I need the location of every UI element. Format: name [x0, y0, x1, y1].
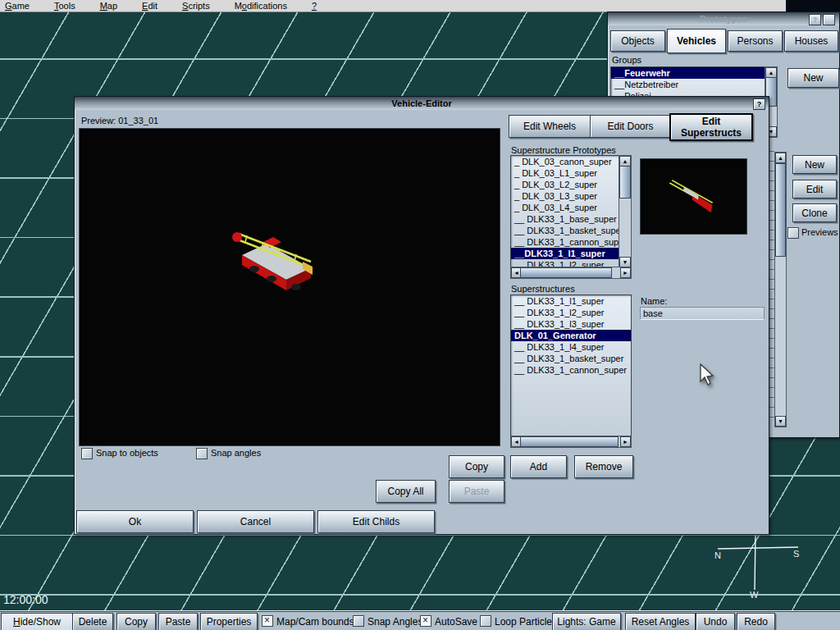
list-item[interactable]: _ DLK_03_L4_super	[511, 202, 619, 213]
close-icon[interactable]	[823, 14, 835, 25]
snap-to-objects-checkbox[interactable]	[81, 448, 93, 459]
new-prototype-button[interactable]: New	[792, 155, 837, 174]
autosave-checkbox[interactable]	[420, 615, 431, 627]
menu-bar: GameToolsMapEditScriptsModifications?	[0, 0, 791, 12]
list-item[interactable]: __ DLK33_1_l3_super	[511, 318, 631, 330]
list-item[interactable]: _ DLK_03_L1_super	[511, 167, 619, 179]
delete-button[interactable]: Delete	[72, 613, 113, 630]
list-item[interactable]: __ DLK33_1_l1_super	[511, 295, 631, 307]
superstructure-prototypes-list[interactable]: _ DLK_03_canon_super_ DLK_03_L1_super_ D…	[510, 155, 620, 268]
tab-houses[interactable]: Houses	[784, 30, 838, 52]
map-cam-bounds-label: Map/Cam bounds	[276, 616, 354, 628]
superstructures-hscrollbar[interactable]: ◄ ►	[510, 436, 632, 448]
paste-button: Paste	[449, 480, 504, 503]
properties-button[interactable]: Properties	[200, 613, 258, 630]
list-item[interactable]: __ DLK33_1_l4_super	[511, 341, 631, 353]
tab-persons[interactable]: Persons	[728, 30, 783, 52]
previews-checkbox[interactable]	[788, 227, 799, 239]
scroll-right-icon[interactable]: ►	[620, 267, 631, 278]
ok-button[interactable]: Ok	[76, 510, 194, 533]
hide-show-button[interactable]: Hide/Show	[1, 613, 73, 630]
list-item[interactable]: __ DLK33_1_cannon_super	[511, 236, 619, 248]
prototypes-titlebar[interactable]: Prototypes ?	[608, 12, 839, 25]
game-clock: 12:00:00	[3, 593, 48, 606]
menu-item-map[interactable]: Map	[100, 1, 117, 11]
snap-angles-label: Snap Angles	[368, 616, 422, 628]
list-item[interactable]: __ DLK33_1_l2_super	[511, 307, 631, 318]
loop-particles-label: Loop Particles	[495, 616, 557, 628]
snap-angles-label: Snap angles	[211, 448, 261, 458]
map-cam-bounds-checkbox[interactable]	[262, 615, 273, 627]
scroll-thumb[interactable]	[775, 163, 786, 257]
list-item[interactable]: DLK_01_Generator	[511, 330, 631, 341]
scroll-up-icon[interactable]: ▲	[775, 153, 786, 163]
prototypes-title: Prototypes	[700, 14, 746, 24]
edit-superstructs-button[interactable]: Edit Superstructs	[669, 113, 753, 141]
menu-item-help[interactable]: ?	[312, 1, 317, 11]
lights-game-button[interactable]: Lights: Game	[552, 613, 621, 630]
scroll-thumb[interactable]	[520, 267, 612, 278]
reset-angles-button[interactable]: Reset Angles	[625, 613, 696, 630]
list-item[interactable]: __ DLK33_1_basket_super	[511, 225, 619, 236]
list-item[interactable]: _ DLK_03_L3_super	[511, 190, 619, 202]
new-group-button[interactable]: New	[788, 68, 839, 88]
superstructures-list[interactable]: __ DLK33_1_l1_super__ DLK33_1_l2_super__…	[510, 294, 632, 437]
vehicle-editor-titlebar[interactable]: Vehicle-Editor ?	[75, 97, 769, 110]
snap-angles-checkbox[interactable]	[196, 448, 208, 459]
prototypes-scrollbar[interactable]: ▲ ▼	[774, 152, 787, 427]
help-icon[interactable]: ?	[809, 14, 821, 25]
scroll-thumb[interactable]	[520, 436, 619, 447]
groups-label: Groups	[612, 55, 641, 65]
loop-particles-checkbox[interactable]	[480, 615, 491, 627]
edit-childs-button[interactable]: Edit Childs	[317, 510, 435, 533]
list-item[interactable]: __Feuerwehr	[611, 67, 765, 79]
compass-w: W	[750, 590, 759, 599]
menu-item-modifications[interactable]: Modifications	[235, 1, 287, 11]
menu-item-edit[interactable]: Edit	[142, 1, 158, 11]
compass: N S W	[708, 529, 805, 599]
fire-truck-model	[227, 217, 338, 299]
copy-button[interactable]: Copy	[449, 455, 504, 478]
prototypes-list-hscrollbar[interactable]: ◄ ►	[510, 267, 632, 279]
snap-angles-checkbox[interactable]	[353, 615, 364, 627]
copy-button[interactable]: Copy	[116, 613, 156, 630]
snap-to-objects-label: Snap to objects	[96, 448, 158, 458]
help-icon[interactable]: ?	[753, 98, 765, 110]
tab-vehicles[interactable]: Vehicles	[667, 29, 726, 53]
redo-button[interactable]: Redo	[737, 613, 775, 630]
tab-objects[interactable]: Objects	[610, 30, 665, 52]
vehicle-editor-dialog: Vehicle-Editor ? Preview: 01_33_01 Snap …	[74, 96, 769, 535]
menu-item-scripts[interactable]: Scripts	[182, 1, 210, 11]
scroll-thumb[interactable]	[619, 166, 631, 199]
list-item[interactable]: __ DLK33_1_base_super	[511, 213, 619, 225]
name-input[interactable]	[640, 307, 765, 320]
scroll-down-icon[interactable]: ▼	[775, 416, 786, 427]
paste-button[interactable]: Paste	[158, 613, 198, 630]
clone-prototype-button[interactable]: Clone	[792, 203, 837, 222]
list-item[interactable]: __Netzbetreiber	[611, 79, 765, 90]
list-item[interactable]: __DLK33_1_l1_super	[511, 248, 619, 259]
name-label: Name:	[641, 296, 667, 306]
vehicle-preview-canvas[interactable]	[79, 128, 500, 446]
edit-doors-button[interactable]: Edit Doors	[590, 115, 671, 138]
cancel-button[interactable]: Cancel	[197, 510, 314, 533]
superstructures-label: Superstructures	[511, 284, 575, 294]
list-item[interactable]: _ DLK_03_canon_super	[511, 156, 619, 167]
remove-button[interactable]: Remove	[574, 455, 633, 478]
prototypes-list-scrollbar[interactable]: ▲ ▼	[619, 155, 632, 268]
copy-all-button[interactable]: Copy All	[376, 480, 436, 503]
list-item[interactable]: __ DLK33_1_cannon_super	[511, 364, 631, 376]
list-item[interactable]: __ DLK33_1_basket_super	[511, 353, 631, 364]
undo-button[interactable]: Undo	[696, 613, 735, 630]
compass-s: S	[793, 549, 799, 559]
hide-show-label: ide/Show	[21, 616, 61, 628]
edit-wheels-button[interactable]: Edit Wheels	[509, 115, 591, 138]
vehicle-editor-title: Vehicle-Editor	[391, 98, 451, 108]
menu-item-game[interactable]: Game	[5, 1, 30, 11]
list-item[interactable]: _ DLK_03_L2_super	[511, 179, 619, 190]
edit-prototype-button[interactable]: Edit	[792, 180, 837, 199]
menu-item-tools[interactable]: Tools	[54, 1, 75, 11]
scroll-right-icon[interactable]: ►	[620, 436, 631, 447]
superstructure-thumbnail	[640, 158, 747, 235]
add-button[interactable]: Add	[510, 455, 567, 478]
